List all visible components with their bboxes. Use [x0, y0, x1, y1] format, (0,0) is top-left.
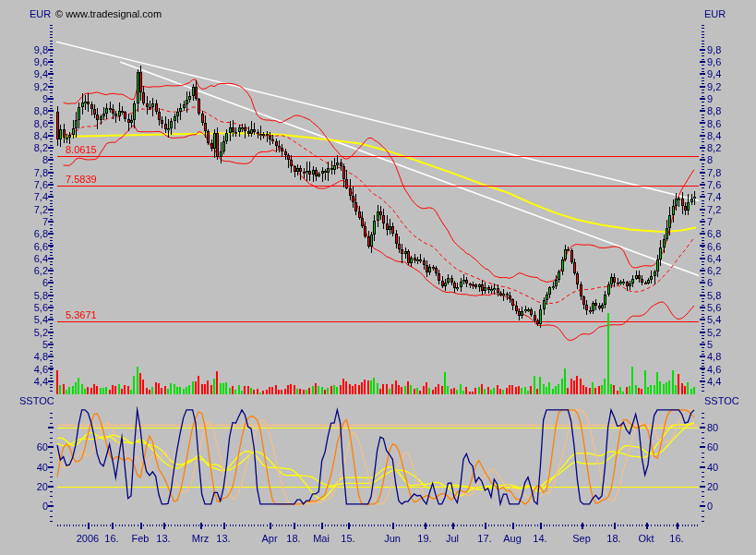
price-axis-label-right: 6,8	[707, 228, 721, 239]
stoch-axis-label-right: 80	[707, 422, 718, 433]
oscillator-label-left: SSTOC	[19, 395, 54, 406]
price-axis-label-left: 7,6	[17, 179, 48, 190]
price-axis-label-right: 5,6	[707, 302, 721, 313]
price-axis-label-right: 4,6	[707, 364, 721, 375]
price-axis-unit-right: EUR	[704, 8, 726, 19]
price-axis-label-right: 6,6	[707, 241, 721, 252]
copyright-text: © www.tradesignal.com	[55, 8, 162, 19]
price-axis-label-right: 6	[707, 277, 713, 288]
price-axis-label-left: 8,4	[17, 130, 48, 141]
stoch-axis-label-left: 60	[17, 441, 48, 452]
date-axis-label: 13.	[205, 533, 242, 544]
price-axis-label-right: 8,6	[707, 118, 721, 129]
price-level-label: 8.0615	[66, 144, 97, 155]
price-axis-label-left: 8,8	[17, 105, 48, 116]
price-axis-label-left: 9	[17, 93, 48, 104]
price-axis-label-right: 7,2	[707, 204, 721, 215]
date-axis-label: Jun	[374, 533, 411, 544]
price-axis-label-left: 6,4	[17, 253, 48, 264]
stoch-axis-label-left: 20	[17, 481, 48, 492]
price-axis-label-left: 8,2	[17, 142, 48, 153]
price-axis-label-left: 4,8	[17, 351, 48, 362]
stoch-axis-label-left: 0	[17, 501, 48, 512]
date-axis-label: 16.	[658, 533, 695, 544]
price-axis-label-right: 9,4	[707, 68, 721, 79]
price-axis-label-left: 9,2	[17, 81, 48, 92]
date-axis-label: 15.	[330, 533, 366, 544]
stoch-axis-label-right: 60	[707, 441, 718, 452]
price-axis-label-left: 5,6	[17, 302, 48, 313]
price-axis-label-left: 5	[17, 339, 48, 350]
price-axis-label-left: 6,2	[17, 265, 48, 276]
price-axis-label-left: 9,4	[17, 68, 48, 79]
price-level-label: 7.5839	[66, 174, 97, 185]
price-axis-label-right: 8,8	[707, 105, 721, 116]
price-axis-label-right: 6,4	[707, 253, 721, 264]
price-level-label: 5.3671	[66, 309, 97, 320]
price-axis-label-left: 9,6	[17, 56, 48, 67]
price-axis-label-left: 8	[17, 154, 48, 165]
price-axis-label-right: 9,6	[707, 56, 721, 67]
price-axis-label-right: 9	[707, 93, 713, 104]
price-axis-label-left: 6,8	[17, 228, 48, 239]
price-axis-label-left: 5,4	[17, 314, 48, 325]
stoch-axis-label-left: 40	[17, 462, 48, 473]
stoch-axis-label-right: 0	[707, 501, 713, 512]
price-axis-label-right: 7,8	[707, 167, 721, 178]
price-axis-label-right: 5	[707, 339, 713, 350]
price-axis-label-right: 6,2	[707, 265, 721, 276]
tradesignal-chart-window: EUR © www.tradesignal.com EUR SSTOC SSTO…	[0, 0, 756, 555]
price-axis-label-right: 7,4	[707, 191, 721, 202]
price-axis-label-right: 5,2	[707, 327, 721, 338]
date-axis-label: 18.	[595, 533, 632, 544]
price-axis-label-right: 9,2	[707, 81, 721, 92]
price-axis-label-left: 4,4	[17, 376, 48, 387]
price-axis-label-right: 8	[707, 154, 713, 165]
price-axis-label-right: 4,8	[707, 351, 721, 362]
oscillator-label-right: SSTOC	[704, 395, 739, 406]
date-axis-label: 13.	[145, 533, 182, 544]
price-axis-label-left: 7	[17, 216, 48, 227]
stoch-axis-label-right: 20	[707, 481, 718, 492]
price-axis-label-right: 5,4	[707, 314, 721, 325]
price-axis-label-left: 6	[17, 277, 48, 288]
price-axis-label-left: 7,8	[17, 167, 48, 178]
price-axis-label-right: 4,4	[707, 376, 721, 387]
price-axis-label-left: 5,2	[17, 327, 48, 338]
price-axis-label-right: 5,8	[707, 290, 721, 301]
price-axis-label-right: 8,4	[707, 130, 721, 141]
price-axis-label-right: 9,8	[707, 44, 721, 55]
price-axis-label-right: 7,6	[707, 179, 721, 190]
price-axis-label-left: 9,8	[17, 44, 48, 55]
date-axis-label: Jul	[434, 533, 471, 544]
price-axis-unit-left: EUR	[30, 8, 51, 19]
date-axis-label: Sep	[563, 533, 600, 544]
price-axis-label-left: 6,6	[17, 241, 48, 252]
stoch-axis-label-right: 40	[707, 462, 718, 473]
price-axis-label-left: 4,6	[17, 364, 48, 375]
price-axis-label-right: 8,2	[707, 142, 721, 153]
price-axis-label-left: 5,8	[17, 290, 48, 301]
price-axis-label-left: 7,4	[17, 191, 48, 202]
price-axis-label-left: 7,2	[17, 204, 48, 215]
price-axis-label-left: 8,6	[17, 118, 48, 129]
date-axis-label: 14.	[522, 533, 558, 544]
chart-canvas	[0, 0, 756, 555]
price-axis-label-right: 7	[707, 216, 713, 227]
